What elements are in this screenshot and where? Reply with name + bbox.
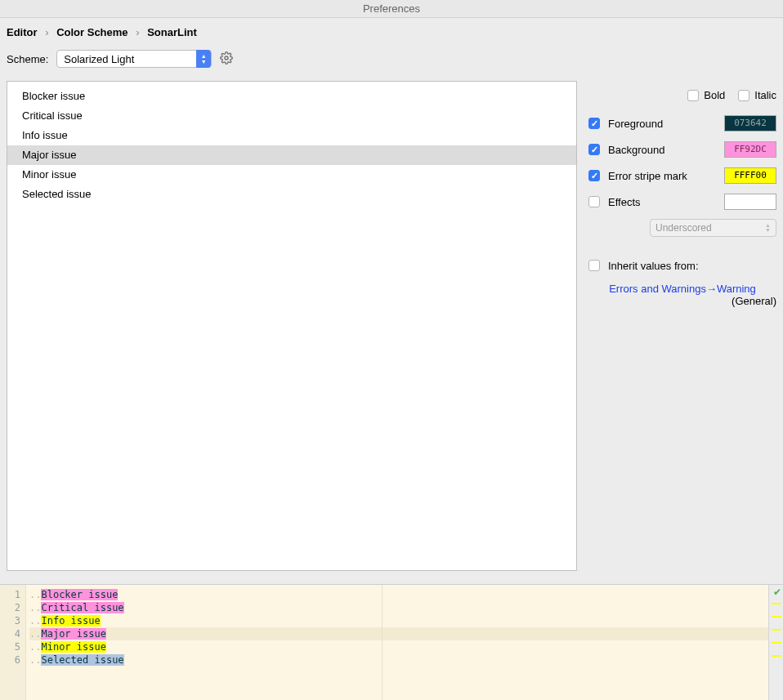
code-line[interactable]: ..Info issue [29,614,783,627]
issue-item[interactable]: Critical issue [7,106,576,126]
crumb-color-scheme[interactable]: Color Scheme [56,26,128,38]
bold-label: Bold [704,89,725,101]
issue-item[interactable]: Info issue [7,126,576,145]
background-swatch[interactable]: FF92DC [724,141,776,158]
foreground-label: Foreground [608,118,724,130]
issue-item[interactable]: Major issue [7,145,576,165]
issue-list[interactable]: Blocker issueCritical issueInfo issueMaj… [7,81,577,571]
code-line[interactable]: ..Minor issue [29,640,783,653]
effects-type-value: Underscored [655,222,712,234]
select-arrows-icon: ▲▼ [765,223,771,233]
chevron-right-icon: › [45,26,48,38]
foreground-checkbox[interactable] [588,118,600,129]
svg-point-0 [225,56,228,60]
italic-checkbox[interactable] [738,90,749,101]
inherit-checkbox[interactable] [588,260,600,271]
italic-label: Italic [754,89,776,101]
effects-label: Effects [608,196,724,208]
inherit-link[interactable]: Errors and Warnings→Warning [588,283,776,295]
stripe-swatch[interactable]: FFFF00 [724,167,776,184]
issue-item[interactable]: Selected issue [7,185,576,204]
bold-checkbox[interactable] [687,90,699,101]
issue-item[interactable]: Blocker issue [7,87,576,106]
effects-checkbox[interactable] [588,196,600,207]
stripe-checkbox[interactable] [588,170,600,181]
code-line[interactable]: ..Critical issue [29,601,783,614]
issue-item[interactable]: Minor issue [7,165,576,185]
scheme-label: Scheme: [7,53,48,65]
scheme-select-value: Solarized Light [64,53,196,65]
stripe-mark[interactable] [772,616,781,618]
scheme-select[interactable]: Solarized Light ▲▼ [56,50,212,68]
select-arrows-icon: ▲▼ [196,50,211,68]
crumb-sonarlint[interactable]: SonarLint [147,26,197,38]
crumb-editor[interactable]: Editor [7,26,38,38]
stripe-mark[interactable] [772,642,781,644]
attributes-panel: Bold Italic Foreground 073642 Background… [588,81,776,571]
breadcrumb: Editor › Color Scheme › SonarLint [0,18,783,47]
effects-type-select: Underscored ▲▼ [650,219,776,237]
inherit-label: Inherit values from: [608,260,776,272]
code-line[interactable]: ..Blocker issue [29,588,783,601]
code-line[interactable]: ..Selected issue [29,653,783,667]
stripe-mark[interactable] [772,629,781,631]
stripe-mark[interactable] [772,655,781,657]
window-title: Preferences [0,0,783,18]
code-line[interactable]: ..Major issue [29,627,783,640]
code-area[interactable]: ..Blocker issue..Critical issue..Info is… [26,585,783,700]
gear-icon[interactable] [220,51,233,67]
chevron-right-icon: › [136,26,139,38]
error-stripe[interactable]: ✔ [768,585,783,700]
stripe-mark[interactable] [772,603,781,604]
background-checkbox[interactable] [588,144,600,155]
background-label: Background [608,144,724,156]
ruler [382,585,383,700]
stripe-label: Error stripe mark [608,170,724,182]
effects-swatch[interactable] [724,194,776,210]
gutter: 123456 [0,585,26,700]
preview-editor[interactable]: 123456 ..Blocker issue..Critical issue..… [0,584,783,700]
foreground-swatch[interactable]: 073642 [724,115,776,132]
inspection-ok-icon[interactable]: ✔ [773,586,781,598]
inherit-sublabel: (General) [588,295,776,307]
